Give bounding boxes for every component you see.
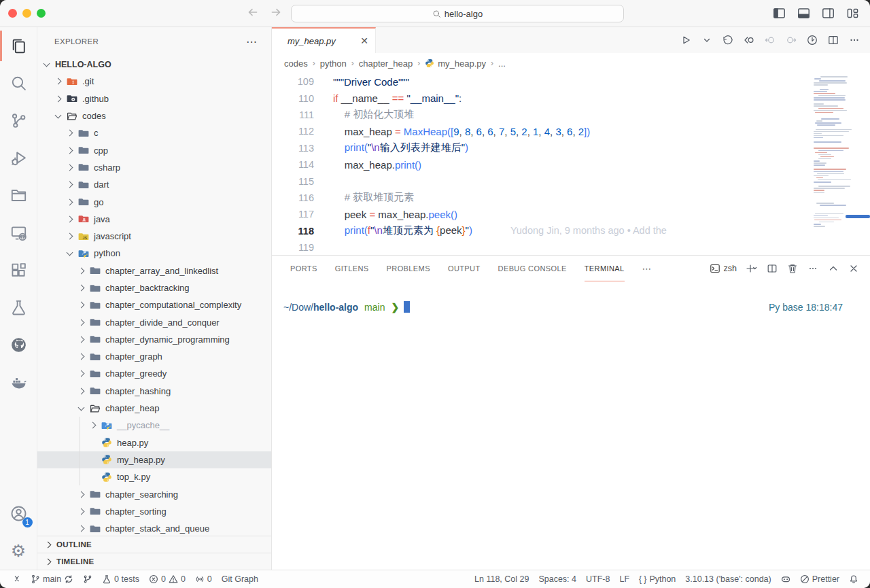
toggle-secondary-sidebar-icon[interactable] (822, 7, 835, 22)
activity-bar-item-testing[interactable] (0, 289, 37, 326)
tree-item-chapter-greedy[interactable]: chapter_greedy (37, 365, 271, 382)
status-item-remote[interactable] (7, 574, 26, 584)
panel-tab-problems[interactable]: PROBLEMS (387, 256, 430, 281)
more-icon[interactable] (848, 34, 860, 46)
tree-item-javascript[interactable]: JSjavascript (37, 228, 271, 245)
activity-bar-item-search[interactable] (0, 65, 37, 102)
status-item-git-branch[interactable]: main (26, 574, 78, 584)
activity-bar-item-folder-explorer[interactable] (0, 177, 37, 214)
next-change-icon[interactable] (785, 34, 797, 46)
tree-item-go[interactable]: go (37, 193, 271, 210)
tree-item-chapter-array-and-linkedlist[interactable]: chapter_array_and_linkedlist (37, 262, 271, 279)
code-line-114[interactable]: 114 max_heap.print() (272, 156, 870, 173)
activity-bar-item-remote-explorer[interactable] (0, 214, 37, 252)
tree-item-c[interactable]: c (37, 124, 271, 141)
activity-bar-item-run-debug[interactable] (0, 139, 37, 177)
kill-terminal-icon[interactable] (787, 263, 798, 274)
status-item-notifications[interactable] (844, 574, 863, 584)
activity-bar-item-source-control[interactable] (0, 102, 37, 139)
status-item-tests[interactable]: 0 tests (97, 574, 144, 584)
run-icon[interactable] (680, 34, 692, 46)
tree-item-chapter-searching[interactable]: chapter_searching (37, 485, 271, 502)
tree-item-cpp[interactable]: cpp (37, 141, 271, 158)
open-changes-icon[interactable] (743, 34, 755, 46)
panel-tab-ports[interactable]: PORTS (290, 256, 317, 281)
status-item-git-graph-label[interactable]: Git Graph (217, 574, 263, 584)
explorer-more-actions-icon[interactable]: ⋯ (246, 35, 258, 48)
tree-item-dart[interactable]: dart (37, 176, 271, 193)
history-icon[interactable] (722, 34, 734, 46)
close-panel-icon[interactable] (848, 263, 859, 274)
code-line-112[interactable]: 112 max_heap = MaxHeap([9, 8, 6, 6, 7, 5… (272, 123, 870, 139)
activity-bar-item-settings[interactable]: ⚙ (0, 532, 37, 570)
panel-tabs-more-icon[interactable]: ⋯ (642, 256, 652, 281)
status-item-cursor-position[interactable]: Ln 118, Col 29 (470, 574, 534, 584)
zoom-window-button[interactable] (37, 9, 46, 18)
forward-icon[interactable] (269, 5, 283, 22)
tree-item-java[interactable]: java (37, 211, 271, 228)
run-dropdown-icon[interactable] (701, 34, 713, 46)
code-editor[interactable]: 109"""Driver Code"""110if __name__ == "_… (272, 73, 870, 255)
tree-root-hello-algo[interactable]: HELLO-ALGO (37, 56, 271, 73)
status-item-language-mode[interactable]: { }Python (634, 574, 680, 584)
tab-my-heap[interactable]: my_heap.py ✕ (272, 27, 376, 53)
panel-tab-debug-console[interactable]: DEBUG CONSOLE (498, 256, 567, 281)
tree-item-chapter-graph[interactable]: chapter_graph (37, 348, 271, 365)
code-line-109[interactable]: 109"""Driver Code""" (272, 73, 870, 90)
activity-bar-item-docker[interactable] (0, 364, 37, 401)
breadcrumb-item-codes[interactable]: codes (284, 58, 308, 69)
minimize-window-button[interactable] (22, 9, 31, 18)
status-item-eol[interactable]: LF (614, 574, 634, 584)
breadcrumb-item-chapter-heap[interactable]: chapter_heap (359, 58, 413, 69)
code-line-117[interactable]: 117 peek = max_heap.peek() (272, 206, 870, 222)
tree-item-chapter-computational-complexity[interactable]: chapter_computational_complexity (37, 296, 271, 313)
tree-item-chapter-hashing[interactable]: chapter_hashing (37, 383, 271, 400)
breadcrumb-item-python[interactable]: python (320, 58, 347, 69)
tree-item-chapter-stack-and-queue[interactable]: chapter_stack_and_queue (37, 520, 271, 536)
code-line-119[interactable]: 119 (272, 239, 870, 255)
toggle-primary-sidebar-icon[interactable] (773, 7, 786, 22)
status-item-python-interpreter[interactable]: 3.10.13 ('base': conda) (680, 574, 776, 584)
tree-item-top-k-py[interactable]: top_k.py (37, 468, 271, 485)
code-line-111[interactable]: 111 # 初始化大顶堆 (272, 107, 870, 123)
split-terminal-icon[interactable] (767, 263, 778, 274)
terminal[interactable]: ~/Dow/hello-algo main ❯ Py base 18:18:47 (272, 281, 870, 570)
new-terminal-dropdown-icon[interactable] (746, 263, 757, 274)
close-window-button[interactable] (8, 9, 17, 18)
tree-item--pycache-[interactable]: __pycache__ (37, 417, 271, 434)
tree-item-python[interactable]: python (37, 245, 271, 262)
code-line-115[interactable]: 115 (272, 173, 870, 189)
command-center-search[interactable]: hello-algo (291, 5, 624, 22)
activity-bar-item-extensions[interactable] (0, 252, 37, 289)
code-line-118[interactable]: 118 print(f"\n堆顶元素为 {peek}")Yudong Jin, … (272, 223, 870, 239)
maximize-panel-icon[interactable] (828, 263, 839, 274)
panel-tab-output[interactable]: OUTPUT (448, 256, 481, 281)
sidebar-section-outline[interactable]: OUTLINE (37, 536, 271, 553)
tree-item-my-heap-py[interactable]: my_heap.py (37, 451, 271, 468)
goto-graph-icon[interactable] (806, 34, 818, 46)
tree-item-csharp[interactable]: csharp (37, 159, 271, 176)
tree-item--git[interactable]: .git (37, 73, 271, 90)
minimap[interactable] (812, 73, 858, 237)
tree-item-chapter-sorting[interactable]: chapter_sorting (37, 503, 271, 520)
customize-layout-icon[interactable] (846, 7, 859, 22)
activity-bar-item-github[interactable] (0, 326, 37, 364)
status-item-git-graph-button[interactable] (78, 574, 97, 584)
terminal-instance-zsh[interactable]: zsh (710, 263, 737, 274)
status-item-indentation[interactable]: Spaces: 4 (534, 574, 581, 584)
activity-bar-item-explorer[interactable] (0, 27, 37, 65)
toggle-panel-icon[interactable] (797, 7, 810, 22)
tree-item--github[interactable]: .github (37, 90, 271, 107)
more-icon[interactable] (807, 263, 818, 274)
tree-item-chapter-divide-and-conquer[interactable]: chapter_divide_and_conquer (37, 313, 271, 330)
sidebar-section-timeline[interactable]: TIMELINE (37, 553, 271, 570)
activity-bar-item-accounts[interactable]: 1 (0, 495, 37, 532)
status-item-problems[interactable]: 00 (144, 574, 190, 584)
panel-tab-gitlens[interactable]: GITLENS (335, 256, 369, 281)
code-line-113[interactable]: 113 print("\n输入列表并建堆后") (272, 140, 870, 156)
status-item-encoding[interactable]: UTF-8 (581, 574, 614, 584)
prev-change-icon[interactable] (764, 34, 776, 46)
close-tab-icon[interactable]: ✕ (360, 35, 368, 46)
breadcrumb-item--[interactable]: ... (498, 58, 506, 69)
tree-item-chapter-dynamic-programming[interactable]: chapter_dynamic_programming (37, 331, 271, 348)
